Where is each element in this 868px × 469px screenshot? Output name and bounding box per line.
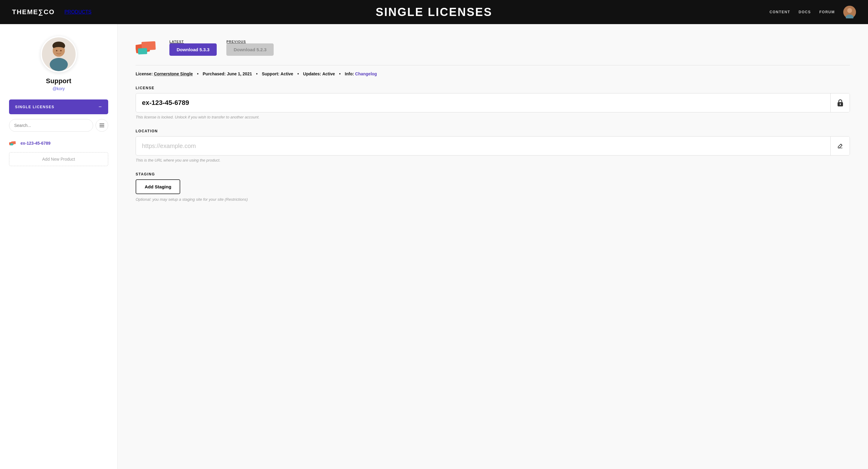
svg-rect-22 xyxy=(840,104,841,105)
layout: Support @kory SINGLE LICENSES − xyxy=(0,24,868,469)
nav-forum[interactable]: FORUM xyxy=(819,10,835,14)
page-title: SINGLE LICENSES xyxy=(375,6,492,19)
header-left: THEME∑CO PRODUCTS xyxy=(12,8,91,16)
download-previous-button[interactable]: Download 5.2.3 xyxy=(226,43,274,56)
nav-docs[interactable]: DOCS xyxy=(799,10,811,14)
svg-point-10 xyxy=(60,50,61,52)
filter-icon xyxy=(99,124,104,127)
meta-updates-label: Updates: xyxy=(303,71,321,76)
latest-label: LATEST xyxy=(169,40,217,43)
main-content: LATEST Download 5.3.3 PREVIOUS Download … xyxy=(118,24,868,469)
download-latest-button[interactable]: Download 5.3.3 xyxy=(169,43,217,56)
license-link[interactable]: ex-123-45-6789 xyxy=(21,141,51,146)
sep3: • xyxy=(298,71,299,76)
filter-button[interactable] xyxy=(96,119,108,132)
sep2: • xyxy=(256,71,258,76)
svg-rect-19 xyxy=(138,48,147,54)
staging-field-label: STAGING xyxy=(135,172,850,176)
meta-updates-value: Active xyxy=(322,71,335,76)
single-licenses-button[interactable]: SINGLE LICENSES − xyxy=(9,99,108,114)
license-field-box xyxy=(135,93,850,113)
search-input[interactable] xyxy=(9,119,93,132)
add-new-product-button[interactable]: Add New Product xyxy=(9,152,108,166)
svg-point-5 xyxy=(50,58,68,71)
edit-icon xyxy=(837,143,843,149)
search-row xyxy=(9,119,108,132)
svg-rect-12 xyxy=(99,125,104,126)
lock-icon xyxy=(837,99,844,107)
svg-rect-13 xyxy=(99,127,104,127)
location-field-box xyxy=(135,136,850,156)
license-field-label: LICENSE xyxy=(135,86,850,90)
collapse-icon: − xyxy=(98,104,102,110)
download-previous-group: PREVIOUS Download 5.2.3 xyxy=(226,40,274,56)
sep4: • xyxy=(339,71,341,76)
meta-info-link[interactable]: Changelog xyxy=(355,71,377,76)
header-right: CONTENT DOCS FORUM xyxy=(770,6,856,19)
nav-content[interactable]: CONTENT xyxy=(770,10,790,14)
previous-label: PREVIOUS xyxy=(226,40,274,43)
user-name: Support xyxy=(46,77,71,85)
edit-button[interactable] xyxy=(830,136,849,155)
user-handle: @kory xyxy=(53,86,65,91)
license-meta: License: Cornerstone Single • Purchased:… xyxy=(135,65,850,76)
svg-point-8 xyxy=(53,47,65,52)
add-staging-button[interactable]: Add Staging xyxy=(135,179,180,194)
cornerstone-icon xyxy=(9,140,18,146)
svg-rect-11 xyxy=(99,124,104,124)
nav-products[interactable]: PRODUCTS xyxy=(64,9,92,15)
list-item: ex-123-45-6789 xyxy=(9,138,108,149)
svg-point-1 xyxy=(847,8,852,13)
license-input[interactable] xyxy=(136,93,830,112)
location-section: LOCATION This is the URL where you are u… xyxy=(135,129,850,162)
svg-point-9 xyxy=(56,50,57,52)
location-input[interactable] xyxy=(136,136,830,155)
product-logo xyxy=(135,39,160,57)
user-avatar-header[interactable] xyxy=(843,6,856,19)
license-hint: This license is locked. Unlock if you wi… xyxy=(135,115,850,119)
single-licenses-label: SINGLE LICENSES xyxy=(15,105,55,109)
meta-info-label: Info: xyxy=(345,71,354,76)
header: THEME∑CO PRODUCTS SINGLE LICENSES CONTEN… xyxy=(0,0,868,24)
meta-support-value: Active xyxy=(281,71,293,76)
user-avatar-sidebar xyxy=(41,36,77,72)
sep1: • xyxy=(197,71,198,76)
user-profile: Support @kory xyxy=(9,36,108,91)
location-field-label: LOCATION xyxy=(135,129,850,133)
sidebar: Support @kory SINGLE LICENSES − xyxy=(0,24,118,469)
lock-button[interactable] xyxy=(830,93,849,112)
staging-hint: Optional: you may setup a staging site f… xyxy=(135,197,850,201)
staging-section: STAGING Add Staging Optional: you may se… xyxy=(135,172,850,201)
meta-license-value: Cornerstone Single xyxy=(154,71,193,76)
location-hint: This is the URL where you are using the … xyxy=(135,158,850,162)
svg-rect-16 xyxy=(10,144,13,146)
product-header: LATEST Download 5.3.3 PREVIOUS Download … xyxy=(135,39,850,57)
meta-license-label: License: xyxy=(135,71,153,76)
meta-support-label: Support: xyxy=(262,71,279,76)
meta-purchased-value: June 1, 2021 xyxy=(227,71,252,76)
license-section: LICENSE This license is locked. Unlock i… xyxy=(135,86,850,119)
meta-purchased-label: Purchased: xyxy=(203,71,226,76)
download-latest-group: LATEST Download 5.3.3 xyxy=(169,40,217,56)
logo: THEME∑CO xyxy=(12,8,55,16)
